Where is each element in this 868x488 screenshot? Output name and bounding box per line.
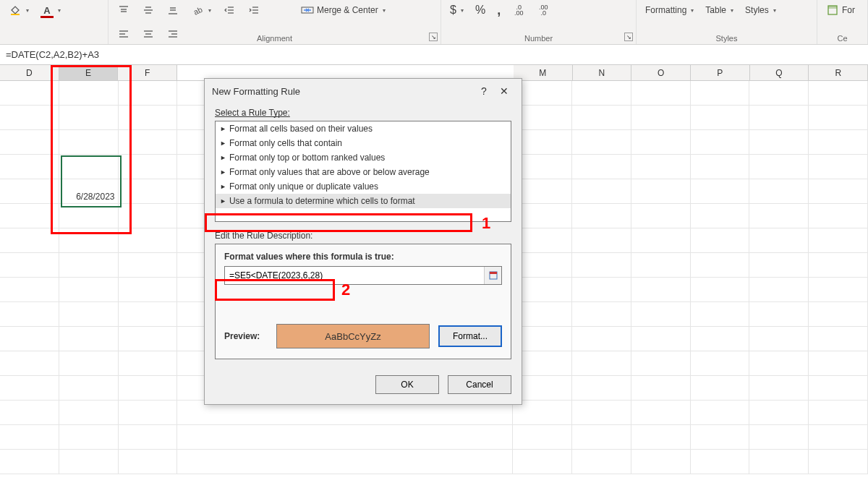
cell-styles-btn[interactable]: Styles	[741, 1, 780, 19]
format-as-table-btn[interactable]: Table	[701, 1, 738, 19]
dialog-title: New Formatting Rule	[212, 86, 474, 97]
dialog-help-button[interactable]: ?	[474, 81, 494, 101]
rule-type-list[interactable]: Format all cells based on their values F…	[215, 121, 511, 222]
increase-decimal-icon: .0.00	[512, 4, 525, 17]
new-formatting-rule-dialog: New Formatting Rule ? ✕ Select a Rule Ty…	[204, 78, 522, 405]
font-color-button[interactable]: A	[36, 1, 65, 19]
edit-description-label: Edit the Rule Description:	[215, 231, 511, 241]
formula-bar[interactable]: =DATE(C2,A2,B2)+A3	[0, 45, 868, 65]
comma-btn[interactable]: ,	[493, 1, 505, 19]
col-header-q[interactable]: Q	[750, 65, 809, 80]
ribbon-group-styles: Formatting Table Styles Styles	[637, 0, 817, 44]
format-cells-btn[interactable]: For	[822, 1, 859, 19]
fill-color-button[interactable]	[4, 1, 33, 19]
rule-item-6[interactable]: Use a formula to determine which cells t…	[216, 194, 511, 208]
rule-item-6-label: Use a formula to determine which cells t…	[229, 196, 415, 206]
col-header-m[interactable]: M	[514, 65, 573, 80]
col-header-o[interactable]: O	[631, 65, 691, 80]
styles-group-label: Styles	[637, 34, 817, 43]
format-cells-icon	[826, 4, 839, 17]
ribbon-group-alignment: ab Merge & Center Alignment ↘	[109, 0, 441, 44]
decrease-decimal-icon: .00.0	[537, 4, 550, 17]
formula-input-wrap	[224, 266, 502, 285]
merge-center-label: Merge & Center	[317, 5, 378, 15]
decrease-indent-icon	[223, 4, 236, 17]
number-group-label: Number	[441, 34, 636, 43]
rule-item-4[interactable]: Format only values that are above or bel…	[216, 165, 511, 179]
format-button[interactable]: Format...	[438, 325, 502, 347]
rule-formula-input[interactable]	[225, 267, 484, 284]
cell-e5[interactable]: 6/28/2023	[59, 179, 119, 203]
range-selector-icon	[488, 270, 498, 281]
merge-icon	[301, 4, 314, 17]
align-middle-icon	[142, 4, 155, 17]
decrease-decimal-btn[interactable]: .00.0	[532, 1, 554, 19]
ribbon: A ab Merge & Center Alignment ↘ $ %	[0, 0, 868, 45]
table-label: Table	[705, 5, 726, 15]
formula-bar-value: =DATE(C2,A2,B2)+A3	[6, 49, 99, 60]
col-header-r[interactable]: R	[809, 65, 868, 80]
rule-item-4-label: Format only values that are above or bel…	[229, 167, 430, 177]
rule-item-1[interactable]: Format all cells based on their values	[216, 121, 511, 136]
rule-description-panel: Format values where this formula is true…	[215, 244, 511, 359]
increase-indent-btn[interactable]	[243, 1, 265, 19]
col-header-f[interactable]: F	[118, 65, 177, 80]
formula-true-label: Format values where this formula is true…	[224, 252, 502, 262]
increase-decimal-btn[interactable]: .0.00	[508, 1, 529, 19]
alignment-group-label: Alignment	[109, 34, 441, 43]
merge-center-btn[interactable]: Merge & Center	[297, 1, 390, 19]
rule-item-3-label: Format only top or bottom ranked values	[229, 153, 385, 163]
orientation-icon: ab	[191, 4, 204, 17]
align-bottom-btn[interactable]	[162, 1, 184, 19]
preview-sample: AaBbCcYyZz	[276, 324, 430, 348]
svg-rect-30	[490, 272, 497, 274]
number-dialog-launcher[interactable]: ↘	[624, 33, 633, 41]
decrease-indent-btn[interactable]	[218, 1, 240, 19]
rule-item-5[interactable]: Format only unique or duplicate values	[216, 179, 511, 194]
percent-btn[interactable]: %	[471, 1, 490, 19]
preview-label: Preview:	[224, 331, 268, 341]
comma-icon: ,	[497, 3, 501, 18]
annotation-number-1: 1	[482, 214, 490, 233]
ribbon-group-cells: For Ce	[817, 0, 868, 44]
currency-btn[interactable]: $	[446, 1, 468, 19]
font-color-icon: A	[41, 4, 54, 17]
svg-text:ab: ab	[192, 5, 203, 15]
svg-rect-0	[11, 14, 20, 15]
rule-item-1-label: Format all cells based on their values	[229, 124, 373, 134]
increase-indent-icon	[247, 4, 260, 17]
cell-e5-value: 6/28/2023	[76, 192, 114, 202]
cells-group-label: Ce	[817, 34, 867, 43]
cancel-button[interactable]: Cancel	[448, 375, 511, 394]
align-top-icon	[117, 4, 130, 17]
format-cells-label: For	[842, 5, 855, 15]
dialog-titlebar: New Formatting Rule ? ✕	[205, 79, 522, 103]
align-bottom-icon	[166, 4, 179, 17]
select-rule-type-label: Select a Rule Type:	[215, 108, 511, 118]
bucket-icon	[9, 4, 22, 17]
formatting-label: Formatting	[645, 5, 686, 15]
svg-rect-28	[828, 6, 837, 9]
ok-button[interactable]: OK	[375, 375, 439, 394]
col-header-n[interactable]: N	[573, 65, 632, 80]
col-header-p[interactable]: P	[691, 65, 750, 80]
range-selector-button[interactable]	[484, 267, 501, 284]
ribbon-group-number: $ % , .0.00 .00.0 Number ↘	[441, 0, 637, 44]
col-header-d[interactable]: D	[0, 65, 59, 80]
dollar-icon: $	[450, 4, 456, 17]
conditional-formatting-btn[interactable]: Formatting	[641, 1, 698, 19]
rule-item-5-label: Format only unique or duplicate values	[229, 181, 378, 192]
orientation-btn[interactable]: ab	[187, 1, 216, 19]
rule-item-2[interactable]: Format only cells that contain	[216, 136, 511, 150]
styles-label: Styles	[745, 5, 769, 15]
percent-icon: %	[475, 4, 485, 17]
align-top-btn[interactable]	[113, 1, 135, 19]
align-middle-btn[interactable]	[137, 1, 159, 19]
annotation-number-2: 2	[341, 281, 350, 299]
dialog-close-button[interactable]: ✕	[494, 81, 514, 101]
ribbon-group-font: A	[0, 0, 109, 44]
rule-item-3[interactable]: Format only top or bottom ranked values	[216, 150, 511, 165]
col-header-e[interactable]: E	[59, 65, 119, 80]
rule-item-2-label: Format only cells that contain	[229, 138, 342, 148]
alignment-dialog-launcher[interactable]: ↘	[429, 33, 438, 41]
